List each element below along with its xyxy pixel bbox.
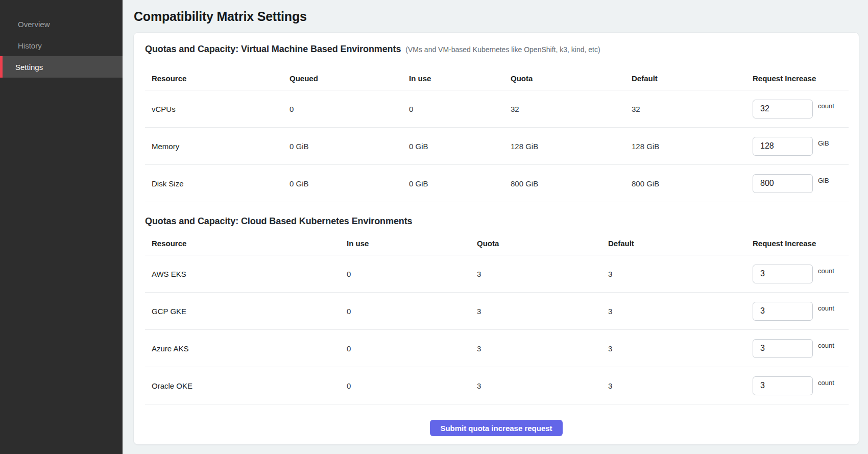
table-row-aws-eks: AWS EKS 0 3 3 count [145, 255, 849, 293]
queued-value: 0 [290, 105, 409, 113]
sidebar-item-history[interactable]: History [0, 35, 123, 56]
azure-aks-request-input[interactable] [753, 339, 813, 358]
vm-section-subtitle: (VMs and VM-based Kubernetes like OpenSh… [405, 45, 600, 54]
resource-name: Memory [152, 142, 290, 151]
unit-label: GiB [818, 177, 829, 184]
quota-value: 3 [477, 381, 608, 390]
submit-quota-increase-button[interactable]: Submit quota increase request [430, 420, 562, 436]
sidebar-item-label: Overview [18, 20, 50, 29]
in-use-value: 0 [347, 307, 477, 316]
column-header-resource: Resource [152, 74, 290, 83]
queued-value: 0 GiB [290, 142, 409, 151]
gcp-gke-request-input[interactable] [753, 302, 813, 321]
oracle-oke-request-input[interactable] [753, 376, 813, 395]
column-header-in-use: In use [409, 74, 511, 83]
column-header-resource: Resource [152, 239, 347, 248]
resource-name: vCPUs [152, 105, 290, 113]
vcpus-request-input[interactable] [753, 100, 813, 118]
resource-name: AWS EKS [152, 270, 347, 278]
table-row-vcpus: vCPUs 0 0 32 32 count [145, 90, 849, 128]
unit-label: count [818, 102, 834, 110]
k8s-section-heading: Quotas and Capacity: Cloud Based Kuberne… [145, 216, 848, 226]
column-header-request-increase: Request Increase [753, 239, 849, 248]
sidebar-item-label: History [18, 41, 42, 50]
default-value: 32 [632, 105, 753, 113]
default-value: 3 [608, 270, 753, 278]
in-use-value: 0 GiB [409, 142, 511, 151]
column-header-default: Default [632, 74, 753, 83]
vm-section-heading: Quotas and Capacity: Virtual Machine Bas… [145, 44, 848, 54]
quota-settings-card: Quotas and Capacity: Virtual Machine Bas… [133, 32, 859, 445]
default-value: 128 GiB [632, 142, 753, 151]
column-header-queued: Queued [290, 74, 409, 83]
quota-value: 32 [511, 105, 632, 113]
resource-name: Oracle OKE [152, 381, 347, 390]
in-use-value: 0 [347, 270, 477, 278]
default-value: 3 [608, 307, 753, 316]
column-header-quota: Quota [477, 239, 608, 248]
resource-name: GCP GKE [152, 307, 347, 316]
column-header-request-increase: Request Increase [753, 74, 849, 83]
in-use-value: 0 [347, 344, 477, 353]
page-title: Compatibility Matrix Settings [134, 9, 859, 24]
in-use-value: 0 GiB [409, 179, 511, 188]
resource-name: Azure AKS [152, 344, 347, 353]
table-row-oracle-oke: Oracle OKE 0 3 3 count [145, 367, 849, 404]
k8s-table-header-row: Resource In use Quota Default Request In… [145, 226, 849, 255]
main-content: Compatibility Matrix Settings Quotas and… [123, 0, 868, 454]
unit-label: count [818, 379, 834, 387]
card-footer: Submit quota increase request [145, 420, 848, 436]
quota-value: 800 GiB [511, 179, 632, 188]
unit-label: GiB [818, 139, 829, 147]
queued-value: 0 GiB [290, 179, 409, 188]
k8s-section-title: Quotas and Capacity: Cloud Based Kuberne… [145, 216, 413, 227]
column-header-default: Default [608, 239, 753, 248]
k8s-quota-table: Resource In use Quota Default Request In… [145, 226, 849, 404]
disk-size-request-input[interactable] [753, 174, 813, 193]
sidebar-item-settings[interactable]: Settings [0, 56, 123, 78]
in-use-value: 0 [347, 381, 477, 390]
sidebar: Overview History Settings [0, 0, 123, 454]
table-row-disk-size: Disk Size 0 GiB 0 GiB 800 GiB 800 GiB Gi… [145, 165, 849, 202]
sidebar-item-overview[interactable]: Overview [0, 13, 123, 35]
column-header-in-use: In use [347, 239, 477, 248]
quota-value: 3 [477, 307, 608, 316]
unit-label: count [818, 304, 834, 312]
unit-label: count [818, 267, 834, 275]
table-row-gcp-gke: GCP GKE 0 3 3 count [145, 293, 849, 330]
table-row-azure-aks: Azure AKS 0 3 3 count [145, 330, 849, 367]
default-value: 800 GiB [632, 179, 753, 188]
table-row-memory: Memory 0 GiB 0 GiB 128 GiB 128 GiB GiB [145, 128, 849, 165]
memory-request-input[interactable] [753, 137, 813, 156]
sidebar-item-label: Settings [15, 63, 43, 71]
vm-table-header-row: Resource Queued In use Quota Default Req… [145, 54, 849, 90]
quota-value: 128 GiB [511, 142, 632, 151]
quota-value: 3 [477, 270, 608, 278]
aws-eks-request-input[interactable] [753, 265, 813, 283]
default-value: 3 [608, 344, 753, 353]
vm-quota-table: Resource Queued In use Quota Default Req… [145, 54, 849, 202]
default-value: 3 [608, 381, 753, 390]
in-use-value: 0 [409, 105, 511, 113]
quota-value: 3 [477, 344, 608, 353]
resource-name: Disk Size [152, 179, 290, 188]
vm-section-title: Quotas and Capacity: Virtual Machine Bas… [145, 44, 401, 55]
unit-label: count [818, 342, 834, 349]
column-header-quota: Quota [511, 74, 632, 83]
